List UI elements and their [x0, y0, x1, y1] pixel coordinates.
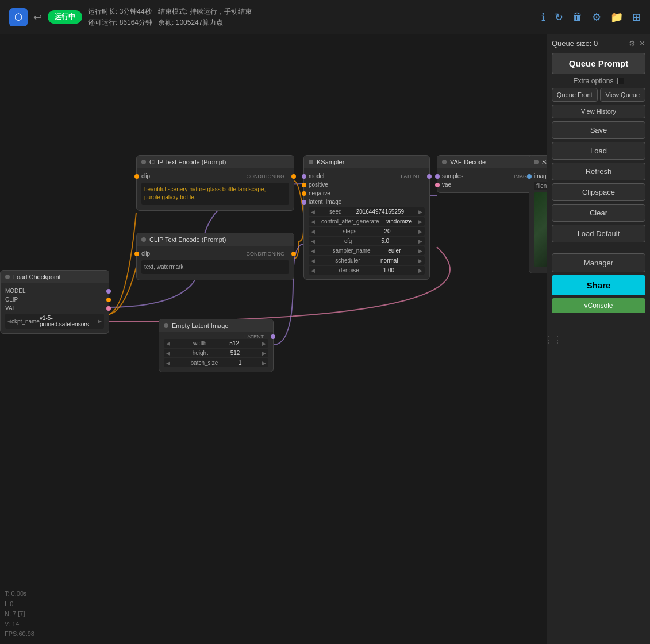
field-scheduler[interactable]: ◀ scheduler normal ▶	[309, 256, 425, 265]
view-history-button[interactable]: View History	[552, 105, 645, 118]
port-row-clip: CLIP	[5, 295, 104, 304]
folder-button[interactable]: 📁	[610, 11, 623, 24]
refresh-button[interactable]: ↻	[555, 11, 563, 24]
status-i: I: 0	[5, 599, 34, 610]
clipspace-button[interactable]: Clipspace	[552, 183, 645, 201]
extra-options-checkbox[interactable]	[617, 78, 624, 84]
clip1-text[interactable]: beautiful scenery nature glass bottle la…	[141, 183, 289, 205]
node-content-clip1: clip CONDITIONING beautiful scenery natu…	[137, 168, 294, 210]
port-dot-clip-in2	[134, 252, 139, 256]
node-title-clip2: CLIP Text Encode (Prompt)	[149, 236, 226, 243]
field-control[interactable]: ◀ control_after_generate randomize ▶	[309, 217, 425, 226]
port-dot-vae-in	[435, 183, 440, 187]
sub-buttons: Queue Front View Queue	[552, 88, 645, 102]
port-row-vae: VAE	[5, 304, 104, 313]
divider	[552, 248, 645, 248]
gear-icon[interactable]: ⚙	[629, 39, 636, 48]
node-title-clip1: CLIP Text Encode (Prompt)	[149, 159, 226, 165]
info-button[interactable]: ℹ	[541, 11, 545, 24]
node-status-dot	[141, 237, 146, 242]
refresh-button-panel[interactable]: Refresh	[552, 163, 645, 180]
field-steps[interactable]: ◀ steps 20 ▶	[309, 227, 425, 236]
node-clip1: CLIP Text Encode (Prompt) clip CONDITION…	[136, 155, 294, 211]
toolbar-left: ⬡ ↩ 运行中 运行时长: 3分钟44秒 还可运行: 86164分钟 结束模式:…	[9, 7, 541, 28]
node-status-dot	[141, 160, 146, 164]
remaining-text: 还可运行: 86164分钟	[88, 18, 152, 28]
undo-icon[interactable]: ↩	[33, 11, 42, 24]
node-header-ksampler: KSampler	[304, 156, 429, 168]
trash-button[interactable]: 🗑	[572, 11, 583, 23]
node-header-load-checkpoint: Load Checkpoint	[1, 271, 109, 283]
settings-button[interactable]: ⚙	[592, 11, 601, 24]
node-status-dot	[5, 275, 10, 279]
node-status-dot	[442, 160, 447, 164]
node-title-vae-decode: VAE Decode	[450, 159, 486, 165]
node-header-vae-decode: VAE Decode	[437, 156, 540, 168]
clear-button[interactable]: Clear	[552, 204, 645, 222]
load-button[interactable]: Load	[552, 142, 645, 160]
queue-prompt-button[interactable]: Queue Prompt	[552, 53, 645, 74]
port-row-vae-in: vae	[442, 180, 535, 189]
save-button[interactable]: Save	[552, 121, 645, 139]
share-button[interactable]: Share	[552, 275, 645, 295]
load-default-button[interactable]: Load Default	[552, 225, 645, 242]
node-header-clip2: CLIP Text Encode (Prompt)	[137, 233, 294, 246]
field-batch-size[interactable]: ◀ batch_size 1 ▶	[164, 358, 268, 367]
field-cfg[interactable]: ◀ cfg 5.0 ▶	[309, 237, 425, 245]
field-height[interactable]: ◀ height 512 ▶	[164, 349, 268, 357]
close-icon[interactable]: ✕	[639, 39, 645, 48]
node-content-clip2: clip CONDITIONING text, watermark	[137, 246, 294, 280]
field-seed[interactable]: ◀ seed 201644974165259 ▶	[309, 207, 425, 216]
toolbar-info2: 结束模式: 持续运行，手动结束 余额: 1005247算力点	[158, 7, 252, 28]
runtime-text: 运行时长: 3分钟44秒	[88, 7, 152, 17]
node-content-ksampler: model LATENT positive negative latent_im…	[304, 168, 429, 279]
node-header-clip1: CLIP Text Encode (Prompt)	[137, 156, 294, 168]
port-dot-conditioning-out2	[291, 252, 296, 256]
port-row-latent-image: latent_image	[309, 198, 425, 206]
queue-front-button[interactable]: Queue Front	[552, 88, 598, 102]
port-dot-clip	[106, 298, 111, 302]
port-dot-images-in	[527, 174, 532, 179]
field-width[interactable]: ◀ width 512 ▶	[164, 339, 268, 348]
node-empty-latent: Empty Latent Image LATENT ◀ width 512 ▶ …	[159, 319, 274, 372]
field-ckpt-name[interactable]: ◀ ckpt_name v1-5-pruned.safetensors ▶	[5, 314, 104, 329]
toolbar-right: ℹ ↻ 🗑 ⚙ 📁 ⊞	[541, 11, 641, 24]
field-denoise[interactable]: ◀ denoise 1.00 ▶	[309, 266, 425, 275]
port-dot-clip-in	[134, 174, 139, 179]
port-row-clip-in2: clip CONDITIONING	[141, 249, 289, 258]
port-row-samples-in: samples IMAGE	[442, 172, 535, 180]
extra-options-label: Extra options	[573, 77, 613, 85]
port-row-negative: negative	[309, 189, 425, 198]
view-queue-button[interactable]: View Queue	[600, 88, 646, 102]
status-v: V: 14	[5, 619, 34, 630]
port-dot-model-in	[302, 174, 306, 179]
stack-button[interactable]: ⊞	[632, 11, 641, 24]
port-dot-latent-image-in	[302, 200, 306, 205]
logo-icon[interactable]: ⬡	[9, 8, 28, 26]
node-content-load-checkpoint: MODEL CLIP VAE ◀ ckpt_name v1-5-pruned.s…	[1, 283, 109, 333]
node-title-ksampler: KSampler	[317, 159, 344, 165]
port-dot-conditioning-out	[291, 174, 296, 179]
node-content-empty-latent: LATENT ◀ width 512 ▶ ◀ height 512 ▶ ◀ ba…	[159, 332, 273, 372]
clip2-text[interactable]: text, watermark	[141, 260, 289, 274]
port-row-model: MODEL	[5, 287, 104, 295]
status-n: N: 7 [7]	[5, 609, 34, 619]
field-sampler[interactable]: ◀ sampler_name euler ▶	[309, 246, 425, 255]
port-row-clip-in1: clip CONDITIONING	[141, 172, 289, 180]
port-row-positive: positive	[309, 180, 425, 189]
status-fps: FPS:60.98	[5, 629, 34, 639]
node-load-checkpoint: Load Checkpoint MODEL CLIP VAE ◀ ckpt_na…	[0, 270, 109, 334]
port-dot-latent-out2	[271, 334, 275, 339]
node-vae-decode: VAE Decode samples IMAGE vae	[437, 155, 540, 193]
node-title-empty-latent: Empty Latent Image	[172, 322, 228, 329]
port-row-model-in: model LATENT	[309, 172, 425, 180]
vconsole-button[interactable]: vConsole	[552, 298, 645, 313]
manager-button[interactable]: Manager	[552, 253, 645, 272]
bottom-status: T: 0.00s I: 0 N: 7 [7] V: 14 FPS:60.98	[5, 589, 34, 639]
node-content-vae-decode: samples IMAGE vae	[437, 168, 540, 192]
node-clip2: CLIP Text Encode (Prompt) clip CONDITION…	[136, 233, 294, 280]
panel-drag-handle[interactable]: ⋮⋮	[547, 334, 562, 345]
extra-options-row: Extra options	[552, 77, 645, 85]
node-status-dot	[309, 160, 313, 164]
node-ksampler: KSampler model LATENT positive negative …	[303, 155, 430, 280]
